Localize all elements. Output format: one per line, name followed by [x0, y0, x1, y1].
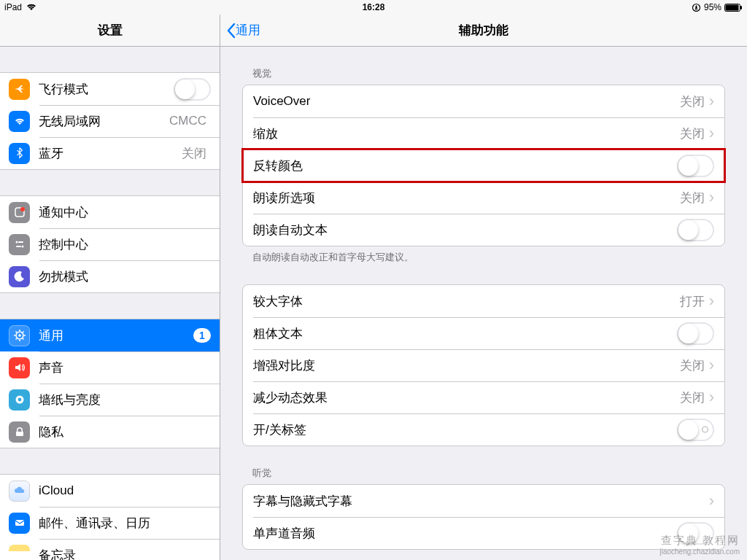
sidebar-item-mail[interactable]: 邮件、通讯录、日历 — [0, 507, 220, 539]
sidebar-item-label: 飞行模式 — [39, 81, 174, 98]
dnd-icon — [9, 266, 30, 287]
sidebar-item-value: 关闭 — [182, 145, 206, 162]
chevron-right-icon: › — [709, 293, 714, 309]
sidebar-item-sounds[interactable]: 声音 — [0, 351, 220, 384]
invert-colors-toggle[interactable] — [677, 155, 714, 177]
sidebar-item-privacy[interactable]: 隐私 — [0, 416, 220, 448]
row-invert-colors[interactable]: 反转颜色 — [243, 149, 724, 182]
sidebar-item-value: CMCC — [169, 114, 206, 128]
rotation-lock-icon — [692, 3, 701, 12]
sidebar-item-label: 墙纸与亮度 — [39, 392, 211, 408]
detail-header: 通用 辅助功能 — [220, 15, 747, 47]
chevron-right-icon: › — [709, 190, 714, 206]
device-label: iPad — [4, 2, 22, 12]
svg-rect-8 — [18, 241, 23, 243]
sound-icon — [9, 357, 30, 378]
onoff-labels-toggle[interactable] — [677, 419, 714, 441]
sidebar-item-label: 备忘录 — [39, 547, 211, 561]
icloud-icon — [9, 481, 30, 502]
svg-line-20 — [23, 332, 24, 333]
svg-rect-10 — [16, 246, 21, 247]
row-larger-text[interactable]: 较大字体 打开 › — [243, 285, 724, 317]
chevron-left-icon — [226, 23, 236, 39]
sidebar-item-control-center[interactable]: 控制中心 — [0, 228, 220, 260]
row-bold-text[interactable]: 粗体文本 — [243, 317, 724, 349]
status-bar: iPad 16:28 95% — [0, 0, 747, 15]
bold-text-toggle[interactable] — [677, 322, 714, 345]
chevron-right-icon: › — [709, 357, 714, 373]
row-voiceover[interactable]: VoiceOver 关闭 › — [243, 85, 724, 117]
sidebar-item-label: 隐私 — [39, 424, 211, 440]
svg-point-12 — [18, 334, 21, 337]
mail-icon — [9, 513, 30, 534]
section-header-hearing: 听觉 — [242, 446, 725, 484]
row-speak-autotext[interactable]: 朗读自动文本 — [243, 214, 724, 246]
chevron-right-icon: › — [709, 389, 714, 405]
clock: 16:28 — [363, 2, 385, 12]
sidebar-item-label: iCloud — [39, 483, 211, 498]
airplane-toggle[interactable] — [174, 78, 211, 101]
wallpaper-icon — [9, 389, 30, 411]
back-label: 通用 — [236, 22, 260, 39]
battery-percent: 95% — [704, 2, 721, 12]
privacy-icon — [9, 421, 30, 443]
chevron-right-icon: › — [709, 93, 714, 109]
detail-pane: 通用 辅助功能 视觉 VoiceOver 关闭 › 缩放 关闭 › 反转颜色 — [220, 15, 747, 560]
section-header-vision: 视觉 — [242, 47, 725, 85]
sidebar-item-icloud[interactable]: iCloud — [0, 475, 220, 507]
notifications-icon — [9, 202, 30, 223]
svg-point-22 — [18, 398, 21, 402]
badge: 1 — [193, 328, 211, 343]
chevron-right-icon: › — [709, 125, 714, 141]
svg-rect-1 — [695, 7, 697, 8]
sidebar-item-label: 勿扰模式 — [39, 268, 211, 285]
sidebar-item-label: 蓝牙 — [39, 145, 182, 162]
row-zoom[interactable]: 缩放 关闭 › — [243, 117, 724, 149]
section-footer-vision: 自动朗读自动改正和首字母大写建议。 — [242, 246, 725, 264]
sidebar-item-airplane[interactable]: 飞行模式 — [0, 73, 220, 105]
sidebar-item-dnd[interactable]: 勿扰模式 — [0, 260, 220, 292]
row-increase-contrast[interactable]: 增强对比度 关闭 › — [243, 349, 724, 381]
detail-title: 辅助功能 — [459, 22, 508, 39]
row-mono-audio[interactable]: 单声道音频 — [243, 517, 724, 549]
notes-icon — [9, 545, 30, 561]
svg-line-18 — [23, 338, 24, 340]
svg-rect-4 — [740, 6, 742, 9]
airplane-icon — [9, 79, 30, 100]
svg-rect-3 — [726, 4, 739, 10]
row-reduce-motion[interactable]: 减少动态效果 关闭 › — [243, 381, 724, 413]
back-button[interactable]: 通用 — [220, 22, 260, 39]
row-subtitles[interactable]: 字幕与隐藏式字幕 › — [243, 485, 724, 517]
bluetooth-icon — [9, 143, 30, 164]
battery-icon — [724, 4, 743, 12]
sidebar-item-label: 控制中心 — [39, 236, 211, 253]
sidebar-item-label: 无线局域网 — [39, 113, 169, 130]
sidebar-item-notes[interactable]: 备忘录 — [0, 539, 220, 560]
sidebar-title: 设置 — [0, 15, 220, 47]
row-onoff-labels[interactable]: 开/关标签 — [243, 413, 724, 446]
sidebar-item-label: 通知中心 — [39, 204, 211, 221]
sidebar-item-general[interactable]: 通用 1 — [0, 319, 220, 351]
svg-point-7 — [15, 241, 18, 244]
sidebar-item-bluetooth[interactable]: 蓝牙 关闭 — [0, 137, 220, 169]
svg-line-19 — [15, 338, 17, 340]
svg-line-17 — [15, 332, 17, 333]
svg-point-6 — [20, 207, 25, 211]
sidebar-item-label: 邮件、通讯录、日历 — [39, 515, 211, 532]
sidebar-item-wallpaper[interactable]: 墙纸与亮度 — [0, 384, 220, 416]
wifi-icon — [26, 4, 36, 11]
wifi-settings-icon — [9, 111, 30, 132]
sidebar-item-wifi[interactable]: 无线局域网 CMCC — [0, 105, 220, 137]
control-center-icon — [9, 234, 30, 255]
gear-icon — [9, 325, 30, 346]
row-speak-selection[interactable]: 朗读所选项 关闭 › — [243, 182, 724, 214]
svg-point-9 — [21, 246, 23, 248]
sidebar: 设置 飞行模式 无线局域网 CMCC 蓝牙 关闭 — [0, 15, 220, 560]
chevron-right-icon: › — [709, 493, 714, 509]
mono-audio-toggle[interactable] — [677, 522, 714, 545]
svg-rect-23 — [15, 520, 24, 526]
sidebar-item-notifications[interactable]: 通知中心 — [0, 196, 220, 228]
sidebar-item-label: 声音 — [39, 359, 211, 376]
speak-autotext-toggle[interactable] — [677, 219, 714, 241]
sidebar-item-label: 通用 — [39, 327, 193, 344]
